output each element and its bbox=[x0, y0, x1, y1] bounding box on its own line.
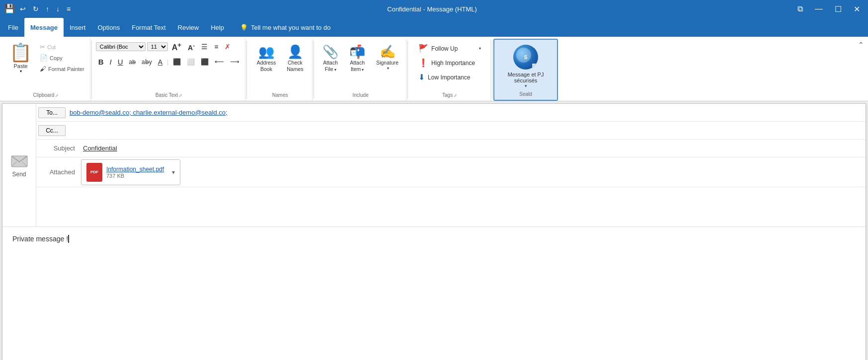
format-painter-icon: 🖌 bbox=[40, 65, 46, 72]
align-left-btn[interactable]: ⬛ bbox=[170, 57, 183, 67]
font-family-select[interactable]: Calibri (Boc bbox=[96, 42, 146, 51]
attach-file-icon: 📎 bbox=[322, 44, 338, 60]
tags-label: Tags bbox=[442, 91, 453, 99]
attach-item-button[interactable]: 📬 AttachItem▾ bbox=[345, 41, 370, 75]
seald-dropdown-icon: ▾ bbox=[525, 83, 527, 88]
main-content: Send To... bob-demo@seald.co; charlie.ex… bbox=[0, 101, 868, 360]
seald-secure-button[interactable]: S Message et PJ sécurisés ▾ bbox=[504, 43, 548, 90]
address-book-label: AddressBook bbox=[257, 60, 276, 72]
font-size-select[interactable]: 11 bbox=[147, 42, 168, 51]
menu-message[interactable]: Message bbox=[24, 18, 64, 37]
address-book-icon: 👥 bbox=[258, 44, 274, 60]
attachment-size: 737 KB bbox=[106, 173, 168, 179]
layout-btn[interactable]: ⧉ bbox=[793, 3, 807, 14]
divider-2 bbox=[246, 41, 247, 99]
basic-text-expand-icon[interactable]: ⤢ bbox=[179, 93, 182, 98]
signature-dropdown-icon: ▾ bbox=[387, 66, 389, 71]
font-color-btn[interactable]: A bbox=[156, 57, 165, 68]
menu-help[interactable]: Help bbox=[205, 18, 230, 37]
menu-bar: File Message Insert Options Format Text … bbox=[0, 18, 868, 37]
divider-4 bbox=[407, 41, 408, 99]
basic-text-group: Calibri (Boc 11 A+ A- ☰ ≡ ✗ B I U ab ab̶… bbox=[93, 39, 245, 101]
check-names-button[interactable]: 👤 CheckNames bbox=[282, 41, 308, 75]
message-body[interactable]: Private message ! bbox=[2, 226, 866, 360]
include-footer: Include bbox=[352, 91, 368, 101]
menu-options[interactable]: Options bbox=[91, 18, 126, 37]
format-painter-button[interactable]: 🖌 Format Painter bbox=[37, 64, 87, 74]
font-row: Calibri (Boc 11 A+ A- ☰ ≡ ✗ bbox=[96, 40, 242, 54]
clear-format-btn[interactable]: ✗ bbox=[222, 41, 233, 52]
bold-btn[interactable]: B bbox=[96, 56, 106, 68]
cut-icon: ✂ bbox=[40, 43, 45, 51]
italic-btn[interactable]: I bbox=[107, 56, 114, 68]
align-center-btn[interactable]: ⬜ bbox=[184, 57, 197, 67]
to-row: To... bob-demo@seald.co; charlie.externa… bbox=[36, 104, 866, 122]
menu-file[interactable]: File bbox=[2, 18, 24, 37]
underline-btn[interactable]: U bbox=[115, 56, 126, 68]
tell-me-search[interactable]: 💡 Tell me what you want to do bbox=[240, 18, 330, 37]
low-importance-icon: ⬇ bbox=[418, 72, 425, 82]
body-text: Private message ! bbox=[12, 235, 68, 243]
attach-file-button[interactable]: 📎 AttachFile▾ bbox=[318, 41, 343, 75]
collapse-icon: ⌃ bbox=[858, 41, 864, 49]
bullet-list-btn[interactable]: ☰ bbox=[199, 41, 210, 52]
restore-btn[interactable]: ☐ bbox=[831, 3, 846, 15]
cc-input[interactable] bbox=[68, 127, 866, 134]
separator-icon: ≡ bbox=[67, 5, 71, 13]
to-value[interactable]: bob-demo@seald.co; charlie.external-demo… bbox=[68, 109, 866, 116]
send-label: Send bbox=[12, 171, 26, 178]
high-importance-button[interactable]: ❗ High Importance bbox=[415, 56, 484, 70]
signature-button[interactable]: ✍ Signature ▾ bbox=[372, 41, 403, 75]
names-label: Names bbox=[272, 91, 288, 99]
ribbon: 📋 Paste ▾ ✂ Cut 📄 Copy 🖌 Format bbox=[0, 37, 868, 101]
check-names-label: CheckNames bbox=[287, 60, 303, 72]
subject-label: Subject bbox=[36, 144, 81, 152]
ribbon-collapse-btn[interactable]: ⌃ bbox=[856, 39, 866, 101]
signature-label: Signature bbox=[376, 60, 398, 66]
font-shrink-btn[interactable]: A- bbox=[185, 40, 197, 53]
minimize-btn[interactable]: — bbox=[811, 3, 827, 14]
highlight-btn[interactable]: ab̶y bbox=[139, 57, 155, 67]
menu-review[interactable]: Review bbox=[172, 18, 205, 37]
tags-expand-icon[interactable]: ⤢ bbox=[454, 93, 457, 98]
strikethrough-btn[interactable]: ab bbox=[127, 57, 138, 67]
up-btn[interactable]: ↑ bbox=[44, 4, 51, 14]
attachment-dropdown-icon[interactable]: ▾ bbox=[172, 169, 175, 176]
divider-1 bbox=[91, 41, 92, 99]
follow-up-button[interactable]: 🚩 Follow Up ▾ bbox=[415, 42, 484, 55]
seald-footer: Seald bbox=[519, 90, 532, 100]
paste-button[interactable]: 📋 Paste ▾ bbox=[5, 40, 36, 76]
undo-btn[interactable]: ↩ bbox=[18, 4, 28, 14]
attachment-info: Information_sheet.pdf 737 KB bbox=[106, 166, 168, 179]
basic-text-footer: Basic Text ⤢ bbox=[156, 91, 182, 101]
font-grow-btn[interactable]: A+ bbox=[169, 40, 184, 54]
to-button[interactable]: To... bbox=[38, 107, 66, 118]
align-right-btn[interactable]: ⬛ bbox=[198, 57, 211, 67]
clipboard-expand-icon[interactable]: ⤢ bbox=[55, 93, 59, 98]
divider-5 bbox=[492, 41, 492, 99]
down-btn[interactable]: ↓ bbox=[54, 4, 62, 14]
menu-format-text[interactable]: Format Text bbox=[126, 18, 171, 37]
attachment-item[interactable]: PDF Information_sheet.pdf 737 KB ▾ bbox=[81, 159, 180, 185]
low-importance-button[interactable]: ⬇ Low Importance bbox=[415, 71, 484, 84]
save-icon[interactable]: 💾 bbox=[4, 3, 15, 14]
redo-btn[interactable]: ↻ bbox=[31, 4, 41, 14]
names-items: 👥 AddressBook 👤 CheckNames bbox=[252, 40, 308, 75]
menu-insert[interactable]: Insert bbox=[64, 18, 92, 37]
names-group: 👥 AddressBook 👤 CheckNames Names bbox=[248, 39, 313, 101]
copy-button[interactable]: 📄 Copy bbox=[37, 53, 87, 63]
subject-value[interactable]: Confidential bbox=[81, 144, 866, 152]
send-button[interactable]: Send bbox=[5, 148, 33, 182]
clipboard-label: Clipboard bbox=[33, 91, 54, 99]
increase-indent-btn[interactable]: ⟶ bbox=[228, 57, 242, 67]
clipboard-right: ✂ Cut 📄 Copy 🖌 Format Painter bbox=[37, 40, 87, 74]
close-btn[interactable]: ✕ bbox=[850, 3, 864, 15]
decrease-indent-btn[interactable]: ⟵ bbox=[212, 57, 227, 67]
follow-up-dropdown: ▾ bbox=[479, 46, 481, 51]
address-book-button[interactable]: 👥 AddressBook bbox=[252, 41, 281, 75]
cc-button[interactable]: Cc... bbox=[38, 125, 66, 136]
numbered-list-btn[interactable]: ≡ bbox=[212, 41, 221, 52]
format-painter-label: Format Painter bbox=[48, 66, 84, 72]
cut-button[interactable]: ✂ Cut bbox=[37, 42, 87, 52]
title-bar-left: 💾 ↩ ↻ ↑ ↓ ≡ bbox=[4, 3, 71, 14]
